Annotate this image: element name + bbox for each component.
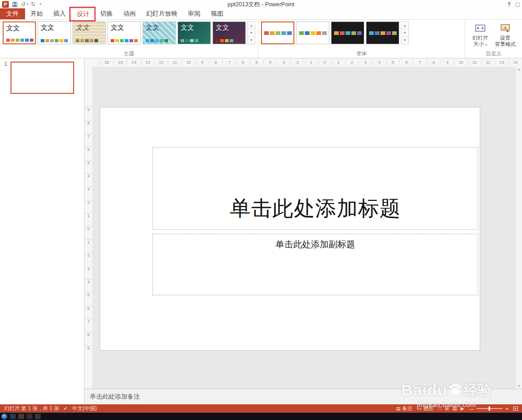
variant-thumbnail-3[interactable] — [331, 21, 364, 44]
slide[interactable]: 单击此处添加标题 单击此处添加副标题 — [100, 107, 480, 351]
ruler-number: 3 — [85, 266, 92, 271]
save-icon[interactable] — [12, 2, 18, 7]
tab-home[interactable]: 开始 — [25, 8, 48, 19]
ruler-number: 10 — [182, 60, 195, 65]
theme-thumbnail-7[interactable]: 文文 — [212, 21, 246, 44]
comments-icon: ▭ — [417, 406, 422, 411]
notes-toggle[interactable]: ▤备注 — [396, 405, 413, 412]
theme-color-swatches — [334, 31, 362, 35]
ruler-number: 11 — [468, 60, 481, 65]
variant-thumbnail-4[interactable] — [366, 21, 399, 44]
slide-editor: 1615141312111098765432101234567891011121… — [85, 58, 522, 404]
slide-thumbnail[interactable] — [10, 62, 74, 94]
gallery-more-icon[interactable]: ▼ — [248, 37, 255, 44]
ruler-number: 6 — [85, 306, 92, 311]
ruler-number: 8 — [209, 60, 222, 65]
format-background-label-line1: 设置 — [500, 35, 511, 41]
slide-size-button[interactable]: 幻灯片 大小 ▾ — [468, 21, 493, 47]
taskbar-app-icon[interactable] — [35, 414, 41, 419]
theme-thumbnail-6[interactable]: 文文 — [177, 21, 211, 44]
themes-group: 文文文文文文文文文文文文文文 ▲ ▼ ▼ 主题 — [0, 20, 258, 58]
theme-thumbnail-2[interactable]: 文文 — [38, 21, 71, 44]
title-placeholder[interactable]: 单击此处添加标题 — [152, 147, 478, 230]
zoom-out-icon[interactable]: — — [469, 406, 474, 412]
normal-view-icon[interactable]: □ — [438, 406, 441, 411]
theme-thumbnail-3[interactable]: 文文 — [73, 21, 106, 44]
taskbar-app-icon[interactable] — [18, 414, 24, 419]
qat-customize-icon[interactable]: ▾ — [39, 1, 41, 7]
help-icon[interactable]: ? — [507, 1, 511, 7]
fit-to-window-icon[interactable] — [513, 406, 518, 411]
reading-view-icon[interactable]: ▤ — [453, 406, 457, 411]
ruler-number: 9 — [195, 60, 209, 65]
notes-placeholder-text: 单击此处添加备注 — [90, 392, 140, 401]
variant-thumbnail-1[interactable] — [261, 21, 294, 44]
slide-thumbnail-panel: 1 — [0, 58, 85, 404]
ruler-number: 1 — [85, 213, 92, 218]
zoom-slider-thumb[interactable] — [489, 406, 490, 411]
tab-file[interactable]: 文件 — [0, 8, 25, 19]
theme-color-swatches — [108, 39, 140, 44]
format-background-button[interactable]: 设置 背景格式 — [493, 21, 518, 47]
tab-animations[interactable]: 动画 — [118, 8, 141, 19]
tab-review[interactable]: 审阅 — [183, 8, 206, 19]
slide-counter: 幻灯片 第 1 张，共 1 张 — [4, 405, 59, 412]
ruler-number: 1 — [304, 60, 317, 65]
theme-thumbnail-label: 文文 — [38, 22, 70, 31]
theme-thumbnail-1[interactable]: 文文 — [3, 21, 36, 44]
ruler-number: 9 — [85, 345, 92, 351]
scroll-down-icon[interactable]: ▼ — [517, 385, 520, 388]
slideshow-view-icon[interactable]: ▶ — [460, 406, 464, 411]
gallery-scroll-up-icon[interactable]: ▲ — [401, 22, 408, 29]
scroll-up-icon[interactable]: ▲ — [517, 68, 520, 71]
ruler-number: 13 — [495, 60, 508, 65]
ruler-number: 14 — [508, 60, 522, 65]
theme-color-swatches — [299, 31, 327, 35]
language-indicator[interactable]: 中文(中国) — [73, 405, 97, 412]
subtitle-placeholder[interactable]: 单击此处添加副标题 — [152, 234, 478, 295]
taskbar-app-icon[interactable] — [10, 414, 16, 419]
tab-view[interactable]: 视图 — [206, 8, 229, 19]
vertical-ruler: 9876543210123456789 — [85, 67, 92, 389]
ruler-number: 2 — [290, 60, 304, 65]
variant-thumbnail-2[interactable] — [296, 21, 329, 44]
ruler-number: 3 — [85, 186, 92, 191]
redo-icon[interactable]: ↻ — [31, 1, 35, 7]
themes-gallery: 文文文文文文文文文文文文文文 — [3, 21, 246, 44]
theme-color-swatches — [38, 39, 70, 44]
vertical-scrollbar[interactable]: ▲ ▼ — [515, 67, 522, 389]
tab-slideshow[interactable]: 幻灯片放映 — [141, 8, 183, 19]
tab-design[interactable]: 设计 — [71, 8, 95, 20]
comments-toggle[interactable]: ▭批注 — [417, 405, 434, 412]
ruler-number: 2 — [85, 253, 92, 258]
ruler-number: 9 — [440, 60, 454, 65]
undo-icon[interactable]: ↺▾ — [21, 1, 28, 7]
theme-thumbnail-4[interactable]: 文文 — [108, 21, 141, 44]
tab-insert[interactable]: 插入 — [48, 8, 71, 19]
theme-thumbnail-label: 文文 — [213, 22, 245, 31]
tab-transitions[interactable]: 切换 — [95, 8, 118, 19]
theme-thumbnail-5[interactable]: 文文 — [143, 21, 176, 44]
ruler-number: 10 — [454, 60, 467, 65]
gallery-scroll-down-icon[interactable]: ▼ — [248, 29, 255, 37]
ruler-number: 0 — [318, 60, 331, 65]
gallery-scroll-down-icon[interactable]: ▼ — [401, 29, 408, 37]
ribbon: 文文文文文文文文文文文文文文 ▲ ▼ ▼ 主题 ▲ ▼ ▼ 变体 幻灯片 大小 … — [0, 20, 522, 58]
slide-sorter-view-icon[interactable]: ⊞ — [445, 406, 449, 411]
start-button-icon[interactable] — [2, 414, 7, 419]
spellcheck-icon[interactable]: ✔ — [64, 406, 68, 411]
ribbon-display-options-icon[interactable]: ▢ — [515, 2, 520, 7]
status-bar: 幻灯片 第 1 张，共 1 张 ✔ 中文(中国) ▤备注 ▭批注 □ ⊞ ▤ ▶… — [0, 404, 522, 413]
slide-canvas[interactable]: 单击此处添加标题 单击此处添加副标题 ▲ ▼ — [92, 67, 522, 389]
variants-gallery — [261, 21, 399, 44]
zoom-slider[interactable] — [477, 408, 503, 409]
ruler-number: 9 — [85, 107, 92, 112]
theme-color-swatches — [143, 39, 175, 44]
gallery-scroll-up-icon[interactable]: ▲ — [248, 22, 255, 29]
notes-pane[interactable]: 单击此处添加备注 — [85, 389, 522, 404]
zoom-in-icon[interactable]: + — [505, 406, 508, 412]
taskbar-app-icon[interactable] — [27, 414, 32, 419]
ruler-number: 1 — [85, 239, 92, 245]
ruler-number: 6 — [85, 147, 92, 152]
gallery-more-icon[interactable]: ▼ — [401, 37, 408, 44]
